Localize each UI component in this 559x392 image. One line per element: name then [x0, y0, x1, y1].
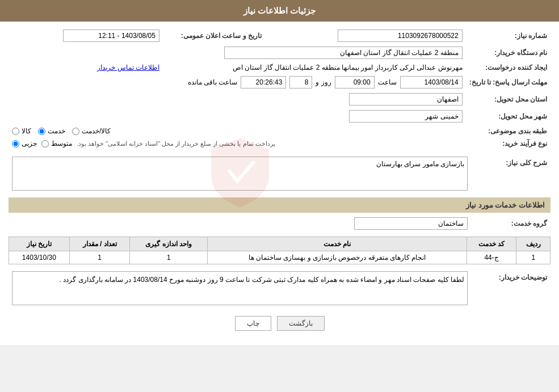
- page-container: جزئیات اطلاعات نیاز شماره نیاز: 11030926…: [0, 0, 559, 345]
- time-label: ساعت: [378, 78, 397, 86]
- process-note: پرداخت تمام یا بخشی از مبلغ خریدار از مح…: [77, 140, 275, 147]
- buyer-org-value: منطقه 2 عملیات انتقال گاز استان اصفهان: [9, 44, 466, 61]
- creator-label: ایجاد کننده درخواست:: [466, 61, 550, 74]
- announcement-date-input: 1403/08/05 - 12:11: [63, 29, 159, 42]
- buyer-notes-text: لطفا کلیه صفحات اسناد مهر و امضاء شده به…: [60, 276, 464, 284]
- process-option-motavaset[interactable]: متوسط: [41, 140, 72, 147]
- process-radio-jozi[interactable]: [12, 140, 19, 147]
- services-section-header: اطلاعات خدمات مورد نیاز: [9, 197, 550, 213]
- response-deadline-row: 1403/08/14 ساعت 09:00 روز و 8 20:26:43 س…: [9, 74, 466, 91]
- col-code-header: کد خدمت: [466, 237, 516, 251]
- col-unit-header: واحد اندازه گیری: [130, 237, 208, 251]
- print-button[interactable]: چاپ: [235, 316, 271, 331]
- process-option-jozi[interactable]: جزیی: [12, 140, 37, 147]
- description-value-cell: بازسازی مامور سرای بهارستان: [9, 154, 471, 193]
- service-group-table: گروه خدمت: ساختمان: [9, 215, 550, 232]
- process-label: نوع فرآیند خرید:: [466, 137, 550, 150]
- description-box: بازسازی مامور سرای بهارستان: [12, 157, 468, 191]
- buyer-org-input: منطقه 2 عملیات انتقال گاز استان اصفهان: [224, 47, 463, 59]
- cell-name: انجام کارهای متفرقه درخصوص بازسازی و بهس…: [208, 251, 467, 264]
- cell-code: ج-44: [466, 251, 516, 264]
- delivery-city-label: شهر محل تحویل:: [466, 108, 550, 125]
- buyer-notes-label: توضیحات خریدار:: [471, 269, 550, 307]
- buyer-notes-value-cell: لطفا کلیه صفحات اسناد مهر و امضاء شده به…: [9, 269, 471, 307]
- process-row: پرداخت تمام یا بخشی از مبلغ خریدار از مح…: [9, 137, 466, 150]
- contact-link-cell: اطلاعات تماس خریدار: [9, 61, 163, 74]
- table-row: 1 ج-44 انجام کارهای متفرقه درخصوص بازساز…: [9, 251, 550, 264]
- description-text: بازسازی مامور سرای بهارستان: [376, 160, 464, 168]
- page-title: جزئیات اطلاعات نیاز: [243, 6, 316, 15]
- cell-unit: 1: [130, 251, 208, 264]
- process-option-jozi-label: جزیی: [22, 140, 37, 147]
- buyer-notes-box: لطفا کلیه صفحات اسناد مهر و امضاء شده به…: [12, 271, 468, 305]
- description-wrapper: بازسازی مامور سرای بهارستان: [12, 157, 468, 191]
- category-radio-kala-khedmat[interactable]: [72, 128, 79, 135]
- need-number-value: 1103092678000522: [265, 27, 466, 44]
- remaining-label: ساعت باقی مانده: [188, 78, 238, 86]
- delivery-province-label: استان محل تحویل:: [466, 91, 550, 108]
- deadline-date-row: 1403/08/14 ساعت 09:00 روز و 8 20:26:43 س…: [12, 76, 463, 88]
- category-radio-kala[interactable]: [12, 128, 19, 135]
- buyer-org-label: نام دستگاه خریدار:: [466, 44, 550, 61]
- response-days-input: 8: [289, 76, 312, 88]
- col-date-header: تاریخ نیاز: [9, 237, 70, 251]
- page-header: جزئیات اطلاعات نیاز: [0, 0, 559, 22]
- announcement-date-value: 1403/08/05 - 12:11: [9, 27, 163, 44]
- delivery-province-value: اصفهان: [9, 91, 466, 108]
- category-option-kala-khedmat-label: کالا/خدمت: [82, 127, 111, 135]
- description-table: شرح کلی نیاز: بازسازی مامور سرای بهارستا…: [9, 154, 550, 193]
- category-row: کالا/خدمت خدمت کالا: [9, 125, 466, 137]
- service-group-input: ساختمان: [354, 217, 468, 230]
- category-option-kala-khedmat[interactable]: کالا/خدمت: [72, 127, 111, 135]
- description-label: شرح کلی نیاز:: [471, 154, 550, 193]
- cell-date: 1403/10/30: [9, 251, 70, 264]
- action-buttons-row: بازگشت چاپ: [9, 316, 550, 331]
- notes-table: توضیحات خریدار: لطفا کلیه صفحات اسناد مه…: [9, 269, 550, 307]
- service-group-label: گروه خدمت:: [471, 215, 550, 232]
- response-date-input: 1403/08/14: [400, 76, 463, 88]
- creator-value: مهرنوش عبدالی لرکی کاربرداز امور بیمانها…: [163, 61, 466, 74]
- col-row-header: ردیف: [516, 237, 550, 251]
- category-option-khedmat-label: خدمت: [48, 127, 65, 135]
- cell-quantity: 1: [69, 251, 130, 264]
- delivery-province-input: اصفهان: [349, 93, 463, 106]
- category-option-kala[interactable]: کالا: [12, 127, 31, 135]
- creator-text: مهرنوش عبدالی لرکی کاربرداز امور بیمانها…: [233, 64, 463, 71]
- response-deadline-label: مهلت ارسال پاسخ: تا تاریخ:: [466, 74, 550, 91]
- col-quantity-header: تعداد / مقدار: [69, 237, 130, 251]
- delivery-city-value: خمینی شهر: [9, 108, 466, 125]
- col-name-header: نام خدمت: [208, 237, 467, 251]
- info-table: شماره نیاز: 1103092678000522 تاریخ و ساع…: [9, 27, 550, 150]
- category-radio-group: کالا/خدمت خدمت کالا: [12, 127, 463, 135]
- process-option-motavaset-label: متوسط: [51, 140, 72, 147]
- category-radio-khedmat[interactable]: [38, 128, 45, 135]
- back-button[interactable]: بازگشت: [277, 316, 325, 331]
- process-options-row: پرداخت تمام یا بخشی از مبلغ خریدار از مح…: [12, 140, 463, 147]
- cell-row: 1: [516, 251, 550, 264]
- service-group-value: ساختمان: [9, 215, 471, 232]
- need-number-input: 1103092678000522: [338, 29, 463, 42]
- services-data-table: ردیف کد خدمت نام خدمت واحد اندازه گیری ت…: [9, 237, 550, 264]
- process-radio-motavaset[interactable]: [41, 140, 49, 147]
- response-time-input: 09:00: [335, 76, 375, 88]
- content-area: شماره نیاز: 1103092678000522 تاریخ و ساع…: [0, 22, 559, 345]
- announcement-date-label: تاریخ و ساعت اعلان عمومی:: [163, 27, 265, 44]
- contact-link[interactable]: اطلاعات تماس خریدار: [97, 64, 159, 71]
- need-number-label: شماره نیاز:: [466, 27, 550, 44]
- delivery-city-input: خمینی شهر: [349, 110, 463, 123]
- response-remaining-input: 20:26:43: [241, 76, 286, 88]
- days-label: روز و: [316, 78, 331, 86]
- category-option-kala-label: کالا: [22, 127, 31, 135]
- category-option-khedmat[interactable]: خدمت: [38, 127, 65, 135]
- category-label: طبقه بندی موضوعی:: [466, 125, 550, 137]
